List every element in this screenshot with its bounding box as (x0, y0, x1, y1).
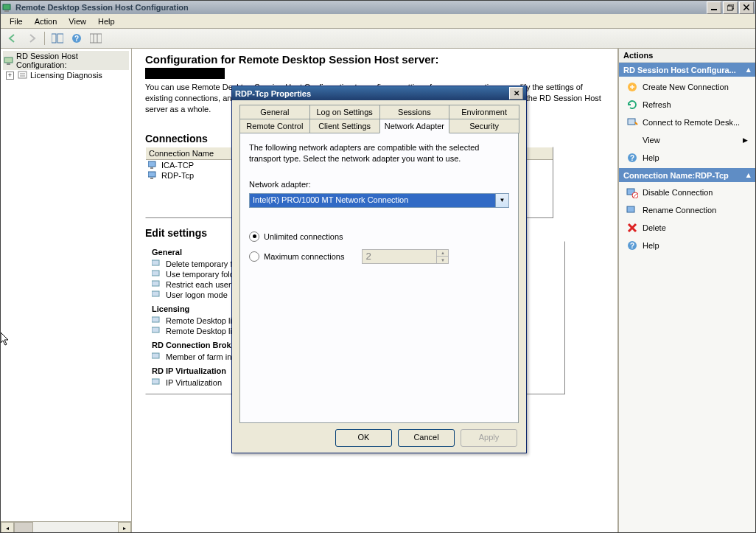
server-icon (4, 56, 14, 65)
delete-icon (626, 222, 638, 234)
actions-heading: Actions (619, 49, 755, 63)
action-label: Disable Connection (643, 188, 713, 197)
actions-group-header[interactable]: Connection Name:RDP-Tcp ▴ (619, 168, 755, 182)
tree-child-label: Licensing Diagnosis (30, 71, 102, 80)
tab-network-adapter[interactable]: Network Adapter (379, 119, 450, 133)
action-view[interactable]: View▶ (619, 131, 755, 149)
svg-rect-19 (148, 172, 155, 177)
tab-environment[interactable]: Environment (449, 105, 519, 119)
menu-action[interactable]: Action (29, 15, 63, 27)
tab-remote-control[interactable]: Remote Control (239, 119, 310, 133)
close-button[interactable] (739, 1, 754, 14)
svg-rect-36 (627, 206, 634, 212)
radio-label: Unlimited connections (264, 232, 343, 241)
svg-rect-25 (152, 317, 159, 322)
action-label: Delete (643, 223, 666, 232)
connection-icon (148, 161, 158, 169)
action-create-connection[interactable]: Create New Connection (619, 78, 755, 96)
adapter-label: Network adapter: (249, 180, 509, 189)
forward-button[interactable] (23, 29, 41, 47)
setting-icon (152, 259, 162, 268)
svg-rect-2 (711, 9, 717, 10)
svg-rect-23 (152, 281, 159, 286)
radio-label: Maximum connections (264, 252, 344, 261)
apply-button: Apply (461, 429, 517, 447)
ok-button[interactable]: OK (335, 429, 392, 447)
tab-client-settings[interactable]: Client Settings (309, 119, 380, 133)
tree-pane: RD Session Host Configuration: + Licensi… (1, 49, 132, 533)
actions-group-header[interactable]: RD Session Host Configura... ▴ (619, 63, 755, 77)
menu-help[interactable]: Help (92, 15, 121, 27)
svg-rect-6 (57, 34, 63, 43)
svg-text:?: ? (630, 154, 634, 162)
toolbar: ? (1, 29, 755, 49)
svg-rect-22 (152, 271, 159, 276)
collapse-icon: ▴ (746, 170, 751, 180)
setting-icon (152, 327, 162, 335)
max-connections-input (362, 249, 436, 264)
action-refresh[interactable]: Refresh (619, 96, 755, 114)
rename-icon (626, 204, 638, 216)
toolbar-columns-button[interactable] (87, 29, 105, 47)
svg-rect-9 (90, 34, 102, 43)
svg-rect-12 (4, 58, 13, 63)
menu-view[interactable]: View (63, 15, 92, 27)
svg-rect-28 (152, 379, 159, 384)
scroll-right-button[interactable]: ▸ (118, 522, 131, 533)
tab-strip: General Log on Settings Sessions Environ… (232, 100, 526, 133)
scroll-left-button[interactable]: ◂ (1, 522, 14, 533)
toolbar-panes-button[interactable] (49, 29, 66, 47)
tab-content: The following network adapters are compa… (239, 133, 519, 423)
svg-rect-18 (150, 167, 153, 169)
minimize-button[interactable] (707, 1, 721, 14)
expand-icon[interactable]: + (6, 72, 14, 80)
help-button[interactable]: ? (68, 29, 85, 47)
restore-button[interactable] (723, 1, 738, 14)
svg-rect-24 (152, 291, 159, 296)
diagnosis-icon (18, 71, 28, 80)
tab-security[interactable]: Security (449, 119, 519, 133)
action-connect-remote[interactable]: Connect to Remote Desk... (619, 114, 755, 131)
collapse-icon: ▴ (746, 65, 751, 74)
svg-rect-14 (18, 72, 27, 78)
svg-rect-5 (52, 34, 56, 43)
tree-child[interactable]: + Licensing Diagnosis (3, 70, 129, 80)
submenu-icon: ▶ (743, 136, 748, 144)
menu-file[interactable]: File (4, 15, 29, 27)
radio-icon (249, 231, 259, 242)
radio-unlimited[interactable]: Unlimited connections (249, 231, 509, 242)
tree-root[interactable]: RD Session Host Configuration: (3, 51, 129, 70)
horizontal-scrollbar[interactable]: ◂ ▸ (1, 521, 131, 533)
setting-label: IP Virtualization (166, 378, 222, 387)
instruction-text: The following network adapters are compa… (249, 142, 509, 165)
back-button[interactable] (4, 29, 21, 47)
cancel-button[interactable]: Cancel (398, 429, 455, 447)
tab-logon-settings[interactable]: Log on Settings (309, 105, 380, 119)
tab-general[interactable]: General (239, 105, 310, 119)
properties-dialog: RDP-Tcp Properties ✕ General Log on Sett… (231, 86, 527, 453)
action-help[interactable]: ?Help (619, 149, 755, 167)
action-rename-connection[interactable]: Rename Connection (619, 201, 755, 219)
action-disable-connection[interactable]: Disable Connection (619, 184, 755, 201)
tab-sessions[interactable]: Sessions (379, 105, 450, 119)
help-icon: ? (626, 240, 638, 251)
radio-maximum[interactable]: Maximum connections ▲▼ (249, 249, 509, 264)
window-title: Remote Desktop Session Host Configuratio… (15, 3, 705, 12)
svg-text:?: ? (630, 242, 634, 250)
refresh-icon (626, 99, 638, 111)
radio-icon (249, 251, 259, 262)
connection-name: ICA-TCP (161, 161, 194, 170)
action-label: Help (643, 241, 659, 250)
app-icon (2, 2, 13, 13)
svg-rect-13 (7, 63, 10, 65)
dialog-title-bar[interactable]: RDP-Tcp Properties ✕ (232, 86, 526, 100)
adapter-dropdown[interactable]: Intel(R) PRO/1000 MT Network Connection … (249, 193, 509, 208)
dropdown-button[interactable]: ▼ (495, 193, 509, 208)
action-delete[interactable]: Delete (619, 219, 755, 237)
action-help[interactable]: ?Help (619, 237, 755, 254)
connection-name: RDP-Tcp (161, 171, 194, 180)
toolbar-separator (44, 32, 45, 45)
scroll-thumb[interactable] (14, 522, 33, 533)
menu-bar: File Action View Help (1, 14, 755, 29)
dialog-close-button[interactable]: ✕ (509, 87, 523, 100)
